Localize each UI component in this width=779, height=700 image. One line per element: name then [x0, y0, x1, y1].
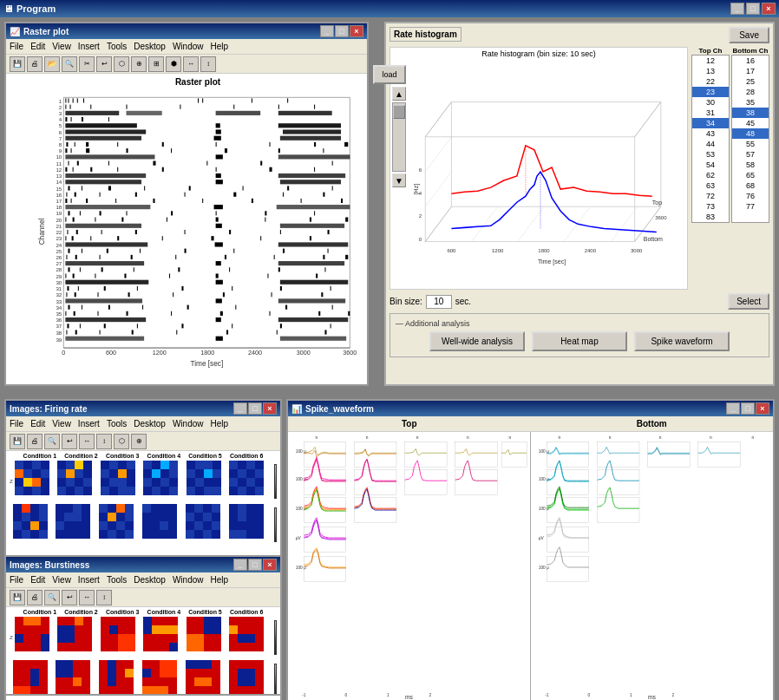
raster-minimize[interactable]: _ — [320, 25, 334, 37]
bot-ch-76[interactable]: 76 — [732, 191, 769, 201]
hm2-tb3[interactable]: 🔍 — [44, 590, 60, 605]
heat-map-button[interactable]: Heat map — [532, 331, 627, 351]
bot-ch-55[interactable]: 55 — [732, 139, 769, 149]
bot-ch-77[interactable]: 77 — [732, 201, 769, 212]
heatmap2-close[interactable]: × — [263, 559, 277, 571]
menu-tools[interactable]: Tools — [107, 42, 127, 51]
top-ch-23[interactable]: 23 — [692, 87, 729, 97]
spike-close[interactable]: × — [756, 402, 769, 415]
top-ch-30[interactable]: 30 — [692, 97, 729, 108]
hm2-tb1[interactable]: 💾 — [10, 590, 25, 605]
hm2-help[interactable]: Help — [211, 575, 229, 585]
toolbar-btn-6[interactable]: ↩ — [96, 56, 112, 72]
heatmap2-controls[interactable]: _ □ × — [233, 559, 277, 571]
heatmap1-maximize[interactable]: □ — [248, 402, 262, 415]
hm2-tb5[interactable]: ↔ — [79, 590, 95, 605]
bot-ch-25[interactable]: 25 — [732, 76, 769, 87]
hm1-insert[interactable]: Insert — [78, 419, 100, 429]
heatmap1-close[interactable]: × — [263, 402, 277, 415]
bot-ch-17[interactable]: 17 — [732, 66, 769, 76]
scroll-thumb[interactable] — [393, 105, 405, 119]
scroll-down-button[interactable]: ▼ — [392, 173, 406, 187]
hm1-tb7[interactable]: ⬡ — [114, 434, 129, 449]
raster-close[interactable]: × — [350, 25, 363, 37]
bot-ch-68[interactable]: 68 — [732, 180, 769, 191]
bottom-channel-list[interactable]: 16 17 25 28 35 38 45 48 55 57 58 65 — [731, 55, 769, 223]
menu-help[interactable]: Help — [211, 42, 229, 51]
top-ch-22[interactable]: 22 — [692, 76, 729, 87]
top-ch-63[interactable]: 63 — [692, 180, 729, 191]
load-button[interactable]: load — [373, 65, 406, 84]
raster-maximize[interactable]: □ — [335, 25, 349, 37]
spike-minimize[interactable]: _ — [726, 402, 740, 415]
bot-ch-45[interactable]: 45 — [732, 118, 769, 128]
hm1-desktop[interactable]: Desktop — [134, 419, 166, 429]
top-ch-72[interactable]: 72 — [692, 191, 729, 201]
toolbar-btn-1[interactable]: 💾 — [10, 56, 25, 72]
hm1-tb2[interactable]: 🖨 — [27, 434, 43, 449]
bot-ch-28[interactable]: 28 — [732, 87, 769, 97]
top-ch-44[interactable]: 44 — [692, 139, 729, 149]
hm2-window[interactable]: Window — [173, 575, 204, 585]
hm2-desktop[interactable]: Desktop — [134, 575, 166, 585]
toolbar-btn-4[interactable]: 🔍 — [62, 56, 77, 72]
top-ch-54[interactable]: 54 — [692, 160, 729, 170]
menu-file[interactable]: File — [10, 42, 23, 51]
top-ch-53[interactable]: 53 — [692, 149, 729, 160]
program-controls[interactable]: _ □ × — [730, 3, 776, 15]
bin-size-input[interactable] — [426, 295, 452, 309]
toolbar-btn-10[interactable]: ⬢ — [166, 56, 181, 72]
top-ch-43[interactable]: 43 — [692, 128, 729, 139]
toolbar-btn-3[interactable]: 📂 — [44, 56, 60, 72]
hm2-edit[interactable]: Edit — [30, 575, 45, 585]
hm2-tools[interactable]: Tools — [107, 575, 127, 585]
hm1-tb8[interactable]: ⊕ — [131, 434, 147, 449]
bot-ch-48[interactable]: 48 — [732, 128, 769, 139]
toolbar-btn-12[interactable]: ↕ — [200, 56, 216, 72]
spike-maximize[interactable]: □ — [741, 402, 755, 415]
minimize-button[interactable]: _ — [730, 3, 744, 15]
bot-ch-35[interactable]: 35 — [732, 97, 769, 108]
toolbar-btn-8[interactable]: ⊕ — [131, 56, 147, 72]
hm1-tb6[interactable]: ↕ — [96, 434, 112, 449]
save-button[interactable]: Save — [729, 27, 769, 43]
menu-desktop[interactable]: Desktop — [134, 42, 166, 51]
bot-ch-65[interactable]: 65 — [732, 170, 769, 180]
toolbar-btn-11[interactable]: ↔ — [183, 56, 199, 72]
menu-window[interactable]: Window — [173, 42, 204, 51]
hm1-window[interactable]: Window — [173, 419, 204, 429]
hm1-tools[interactable]: Tools — [107, 419, 127, 429]
scroll-up-button[interactable]: ▲ — [392, 87, 406, 101]
top-ch-34[interactable]: 34 — [692, 118, 729, 128]
top-ch-62[interactable]: 62 — [692, 170, 729, 180]
bot-ch-58[interactable]: 58 — [732, 160, 769, 170]
heatmap2-minimize[interactable]: _ — [233, 559, 247, 571]
hm2-tb6[interactable]: ↕ — [96, 590, 112, 605]
close-button[interactable]: × — [762, 3, 776, 15]
hm1-file[interactable]: File — [10, 419, 23, 429]
hm1-help[interactable]: Help — [211, 419, 229, 429]
toolbar-btn-5[interactable]: ✂ — [79, 56, 95, 72]
spike-waveform-button[interactable]: Spike waveform — [634, 331, 730, 351]
bot-ch-16[interactable]: 16 — [732, 56, 769, 66]
spike-controls[interactable]: _ □ × — [726, 402, 769, 415]
hm2-file[interactable]: File — [10, 575, 23, 585]
raster-controls[interactable]: _ □ × — [320, 25, 363, 37]
hm2-insert[interactable]: Insert — [78, 575, 100, 585]
hm1-tb5[interactable]: ↔ — [79, 434, 95, 449]
top-ch-31[interactable]: 31 — [692, 108, 729, 118]
heatmap1-minimize[interactable]: _ — [233, 402, 247, 415]
bot-ch-empty[interactable] — [732, 212, 769, 213]
hm1-tb1[interactable]: 💾 — [10, 434, 25, 449]
top-ch-12[interactable]: 12 — [692, 56, 729, 66]
top-ch-83[interactable]: 83 — [692, 212, 729, 222]
hm2-tb2[interactable]: 🖨 — [27, 590, 43, 605]
menu-view[interactable]: View — [52, 42, 71, 51]
toolbar-btn-7[interactable]: ⬡ — [114, 56, 129, 72]
hm1-tb4[interactable]: ↩ — [62, 434, 77, 449]
hm1-view[interactable]: View — [52, 419, 71, 429]
menu-insert[interactable]: Insert — [78, 42, 100, 51]
bot-ch-38[interactable]: 38 — [732, 108, 769, 118]
hm2-view[interactable]: View — [52, 575, 71, 585]
heatmap1-controls[interactable]: _ □ × — [233, 402, 277, 415]
